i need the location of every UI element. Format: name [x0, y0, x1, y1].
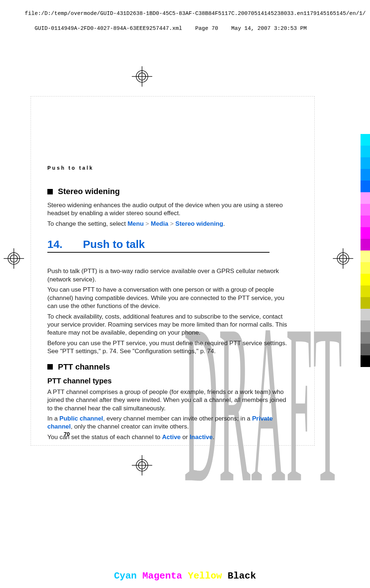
square-bullet-icon	[47, 189, 53, 194]
text: , only the channel creator can invite ot…	[71, 423, 189, 430]
color-footer: Cyan Magenta Yellow Black	[0, 571, 370, 581]
registration-mark-bottom	[131, 454, 153, 476]
text: , every channel member can invite other …	[103, 415, 252, 422]
footer-black: Black	[228, 571, 256, 581]
color-bar	[361, 332, 370, 344]
color-bar	[361, 309, 370, 320]
color-bar	[361, 134, 370, 146]
registration-mark-left	[3, 248, 25, 269]
heading-ptt-channels: PTT channels	[47, 362, 300, 372]
color-bar	[361, 297, 370, 309]
color-calibration-bars	[361, 134, 370, 367]
svg-point-8	[337, 253, 349, 264]
color-bar	[361, 274, 370, 285]
svg-point-12	[136, 459, 148, 471]
footer-yellow: Yellow	[188, 571, 222, 581]
chapter-heading: 14. Push to talk	[47, 238, 300, 253]
color-bar	[361, 239, 370, 250]
running-head: Push to talk	[47, 165, 300, 171]
svg-point-5	[10, 255, 17, 262]
menu-path-stereo-widening: Stereo widening	[176, 220, 223, 227]
print-header-line1: file:/D:/temp/overmode/GUID-431D2638-1BD…	[25, 11, 366, 17]
square-bullet-icon	[47, 364, 53, 370]
chapter-title: Push to talk	[83, 238, 145, 250]
svg-point-13	[138, 462, 146, 469]
color-bar	[361, 344, 370, 355]
print-header: file:/D:/temp/overmode/GUID-431D2638-1BD…	[18, 3, 366, 32]
color-bar	[361, 227, 370, 239]
heading-ptt-channel-types: PTT channel types	[47, 377, 300, 385]
text: In a	[47, 415, 59, 422]
chapter-rule	[47, 252, 269, 253]
chapter-number: 14.	[47, 238, 63, 250]
registration-mark-top	[131, 66, 153, 87]
menu-path-menu: Menu	[127, 220, 143, 227]
svg-point-4	[8, 253, 20, 264]
heading-ptt-channels-text: PTT channels	[58, 362, 110, 372]
para: A PTT channel comprises a group of peopl…	[47, 388, 288, 413]
heading-stereo-widening: Stereo widening	[47, 187, 300, 196]
page-number: 70	[64, 431, 316, 437]
page-body: DRAFT Push to talk Stereo widening Stere…	[31, 96, 315, 446]
footer-cyan: Cyan	[114, 571, 137, 581]
breadcrumb-sep: >	[170, 220, 174, 227]
text: To change the setting, select	[47, 220, 127, 227]
color-bar	[361, 181, 370, 192]
color-bar	[361, 169, 370, 181]
para: Before you can use the PTT service, you …	[47, 339, 288, 356]
breadcrumb-sep: >	[145, 220, 149, 227]
color-bar	[361, 204, 370, 216]
color-bar	[361, 320, 370, 332]
para: In a Public channel, every channel membe…	[47, 415, 288, 431]
color-bar	[361, 157, 370, 169]
color-bar	[361, 216, 370, 227]
svg-point-9	[339, 255, 347, 262]
heading-stereo-widening-text: Stereo widening	[58, 187, 120, 196]
svg-point-0	[136, 71, 148, 82]
color-bar	[361, 192, 370, 204]
menu-path-media: Media	[151, 220, 168, 227]
para: Push to talk (PTT) is a two-way radio se…	[47, 267, 288, 284]
print-header-line2: GUID-0114949A-2FD0-4027-894A-63EEE925744…	[25, 25, 307, 32]
registration-mark-right	[332, 248, 354, 269]
para: To change the setting, select Menu > Med…	[47, 220, 288, 228]
svg-point-1	[138, 73, 146, 80]
footer-magenta: Magenta	[142, 571, 182, 581]
para: Stereo widening enhances the audio outpu…	[47, 201, 288, 218]
color-bar	[361, 355, 370, 367]
term-public-channel: Public channel	[59, 415, 103, 422]
color-bar	[361, 146, 370, 157]
para: To check availability, costs, additional…	[47, 313, 288, 337]
color-bar	[361, 250, 370, 262]
color-bar	[361, 285, 370, 297]
para: You can use PTT to have a conversation w…	[47, 286, 288, 310]
color-bar	[361, 262, 370, 274]
text: .	[223, 220, 225, 227]
